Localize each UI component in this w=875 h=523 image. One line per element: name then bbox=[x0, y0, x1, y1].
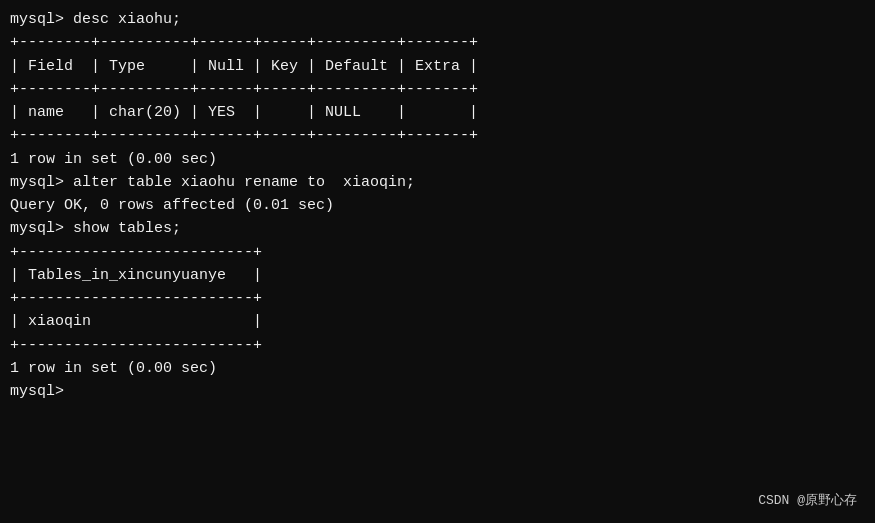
terminal-line: mysql> show tables; bbox=[10, 217, 865, 240]
terminal-line: Query OK, 0 rows affected (0.01 sec) bbox=[10, 194, 865, 217]
terminal-line: | Field | Type | Null | Key | Default | … bbox=[10, 55, 865, 78]
terminal-line: +--------+----------+------+-----+------… bbox=[10, 124, 865, 147]
terminal-line: 1 row in set (0.00 sec) bbox=[10, 357, 865, 380]
terminal-line: | xiaoqin | bbox=[10, 310, 865, 333]
terminal-line: +--------+----------+------+-----+------… bbox=[10, 31, 865, 54]
terminal-line: +--------------------------+ bbox=[10, 287, 865, 310]
terminal-line: mysql> alter table xiaohu rename to xiao… bbox=[10, 171, 865, 194]
terminal-line: | name | char(20) | YES | | NULL | | bbox=[10, 101, 865, 124]
terminal-line: | Tables_in_xincunyuanye | bbox=[10, 264, 865, 287]
terminal-line: +--------+----------+------+-----+------… bbox=[10, 78, 865, 101]
terminal-line: mysql> bbox=[10, 380, 865, 403]
terminal: mysql> desc xiaohu;+--------+----------+… bbox=[0, 0, 875, 523]
terminal-line: +--------------------------+ bbox=[10, 334, 865, 357]
watermark: CSDN @原野心存 bbox=[758, 491, 857, 509]
terminal-line: 1 row in set (0.00 sec) bbox=[10, 148, 865, 171]
terminal-line: mysql> desc xiaohu; bbox=[10, 8, 865, 31]
terminal-line: +--------------------------+ bbox=[10, 241, 865, 264]
